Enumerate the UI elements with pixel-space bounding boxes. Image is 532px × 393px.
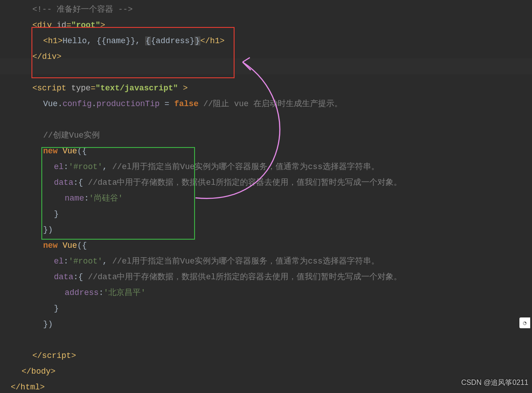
code-line: Vue.config.productionTip = false //阻止 vu…: [0, 96, 532, 112]
code-line: address:'北京昌平': [0, 285, 532, 301]
code-line: <h1>Hello, {{name}}, {{address}}</h1>: [0, 33, 532, 49]
code-line: <div id="root">: [0, 18, 532, 33]
html-comment: <!-- 准备好一个容器 -->: [32, 5, 133, 14]
cursor-highlight: {: [145, 36, 151, 45]
code-line: </html>: [0, 380, 532, 393]
code-line: }: [0, 206, 532, 222]
code-line: </div>: [0, 49, 532, 65]
code-line: <!-- 准备好一个容器 -->: [0, 2, 532, 18]
side-badge: ◔: [519, 317, 530, 328]
blank-line: [0, 332, 532, 348]
blank-line: [0, 65, 532, 80]
code-line: name:'尚硅谷': [0, 191, 532, 206]
code-line: //创建Vue实例: [0, 128, 532, 143]
code-line: el:'#root', //el用于指定当前Vue实例为哪个容器服务，值通常为c…: [0, 159, 532, 175]
code-line: data:{ //data中用于存储数据，数据供el所指定的容器去使用，值我们暂…: [0, 269, 532, 285]
code-line: data:{ //data中用于存储数据，数据供el所指定的容器去使用，值我们暂…: [0, 175, 532, 191]
code-editor[interactable]: <!-- 准备好一个容器 --> <div id="root"> <h1>Hel…: [0, 0, 532, 393]
watermark: CSDN @追风筝0211: [461, 375, 528, 390]
code-line: el:'#root', //el用于指定当前Vue实例为哪个容器服务，值通常为c…: [0, 254, 532, 269]
code-line: }): [0, 222, 532, 238]
code-line: new Vue({: [0, 143, 532, 159]
code-line: </body>: [0, 364, 532, 380]
code-line: </script>: [0, 348, 532, 364]
code-line: <script type="text/javascript" >: [0, 80, 532, 96]
code-line: new Vue({: [0, 238, 532, 254]
code-line: }: [0, 301, 532, 317]
blank-line: [0, 112, 532, 128]
cursor-highlight: }: [195, 36, 200, 45]
code-line: }): [0, 317, 532, 332]
